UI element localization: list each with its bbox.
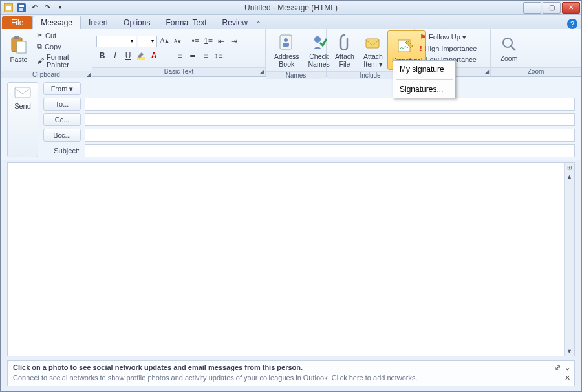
svg-rect-7 [17, 41, 26, 53]
scroll-options-icon[interactable]: ⊞ [565, 163, 574, 172]
chevron-down-icon[interactable]: ⌄ [565, 364, 570, 372]
bcc-input[interactable] [85, 129, 575, 142]
paste-icon [9, 36, 28, 55]
people-pane-sub[interactable]: Connect to social networks to show profi… [13, 374, 418, 382]
from-button[interactable]: From ▾ [43, 82, 81, 95]
redo-icon[interactable]: ↷ [42, 3, 52, 13]
align-right-button[interactable]: ≡ [200, 50, 211, 61]
attach-file-button[interactable]: Attach File [330, 30, 359, 70]
copy-button[interactable]: ⧉Copy [36, 41, 88, 51]
brush-icon: 🖌 [37, 57, 44, 65]
italic-button[interactable]: I [109, 50, 121, 61]
underline-button[interactable]: U [122, 50, 134, 61]
menu-item-my-signature[interactable]: My signature [393, 61, 455, 78]
svg-rect-4 [19, 8, 23, 11]
send-label: Send [14, 102, 31, 110]
address-book-label: Address Book [274, 53, 299, 68]
svg-rect-8 [137, 57, 145, 60]
menu-item-signatures-rest: ignatures... [405, 85, 443, 94]
group-label-zoom: Zoom [528, 68, 544, 75]
to-button[interactable]: To... [43, 98, 81, 111]
expand-icon[interactable]: ⤢ [555, 364, 561, 372]
undo-icon[interactable]: ↶ [29, 3, 39, 13]
cc-button[interactable]: Cc... [43, 113, 81, 126]
help-icon[interactable]: ? [567, 19, 577, 29]
close-icon[interactable]: ✕ [565, 374, 570, 382]
zoom-label: Zoom [501, 55, 518, 63]
font-name-combo[interactable]: ▾ [96, 36, 136, 47]
signature-icon [396, 36, 416, 56]
bold-button[interactable]: B [96, 50, 108, 61]
signature-menu: My signature Signatures... [393, 60, 456, 98]
group-label-include: Include [360, 72, 380, 79]
to-input[interactable] [85, 98, 575, 111]
zoom-button[interactable]: Zoom [495, 30, 523, 66]
tab-file[interactable]: File [2, 16, 32, 29]
cut-button[interactable]: ✂Cut [36, 30, 88, 40]
svg-rect-11 [283, 43, 289, 47]
vertical-scrollbar[interactable]: ⊞ ▲ ▼ [564, 163, 574, 356]
dialog-launcher-icon[interactable]: ◢ [87, 72, 91, 78]
format-painter-button[interactable]: 🖌Format Painter [36, 52, 88, 69]
zoom-icon [499, 34, 519, 54]
tab-insert[interactable]: Insert [81, 16, 116, 29]
follow-up-button[interactable]: ⚑Follow Up ▾ [418, 32, 478, 42]
tab-review[interactable]: Review [215, 16, 255, 29]
send-button[interactable]: Send [7, 82, 38, 157]
tab-format-text[interactable]: Format Text [158, 16, 214, 29]
window-buttons: — ▢ ✕ [523, 2, 581, 14]
group-label-basic-text: Basic Text [164, 68, 193, 75]
high-importance-button[interactable]: !High Importance [418, 44, 478, 53]
paperclip-icon [335, 32, 354, 52]
align-left-button[interactable]: ≡ [174, 50, 186, 61]
collapse-ribbon-icon[interactable]: ⌃ [255, 20, 264, 29]
svg-line-16 [511, 46, 515, 50]
menu-item-signatures[interactable]: Signatures... [393, 81, 455, 98]
outdent-button[interactable]: ⇤ [215, 36, 227, 47]
outlook-app-icon [3, 3, 14, 13]
group-zoom: Zoom Zoom [491, 29, 581, 76]
scroll-up-icon[interactable]: ▲ [565, 172, 574, 181]
cut-icon: ✂ [37, 31, 43, 39]
minimize-button[interactable]: — [523, 2, 541, 14]
cc-input[interactable] [85, 113, 575, 126]
font-color-button[interactable]: A [148, 50, 160, 61]
group-label-clipboard: Clipboard [32, 71, 60, 78]
scroll-down-icon[interactable]: ▼ [565, 347, 574, 356]
people-pane-header: Click on a photo to see social network u… [13, 364, 303, 371]
subject-input[interactable] [85, 144, 575, 157]
tab-message[interactable]: Message [32, 16, 81, 29]
close-button[interactable]: ✕ [562, 2, 580, 14]
svg-point-15 [503, 38, 512, 47]
tab-options[interactable]: Options [116, 16, 158, 29]
svg-rect-13 [366, 39, 379, 48]
copy-icon: ⧉ [37, 42, 42, 50]
menu-separator [396, 79, 453, 80]
highlight-button[interactable] [135, 50, 147, 61]
dialog-launcher-icon[interactable]: ◢ [260, 69, 264, 74]
bcc-button[interactable]: Bcc... [43, 129, 81, 142]
svg-point-10 [284, 38, 288, 42]
save-icon[interactable] [16, 3, 27, 13]
maximize-button[interactable]: ▢ [543, 2, 561, 14]
qat-more-icon[interactable]: ▾ [55, 3, 65, 13]
titlebar: ↶ ↷ ▾ Untitled - Message (HTML) — ▢ ✕ [1, 1, 581, 15]
compose-header: Send From ▾ To... Cc... Bcc... Subject: [1, 77, 581, 160]
align-center-button[interactable]: ≣ [187, 50, 199, 61]
svg-rect-17 [15, 87, 30, 98]
attach-file-label: Attach File [335, 53, 354, 68]
font-size-combo[interactable]: ▾ [138, 36, 157, 47]
bullets-button[interactable]: •≡ [189, 36, 201, 47]
message-body-editor[interactable] [8, 163, 564, 356]
shrink-font-button[interactable]: A▾ [171, 36, 183, 47]
paste-button[interactable]: Paste [5, 30, 33, 69]
grow-font-button[interactable]: A▴ [158, 36, 170, 47]
indent-button[interactable]: ⇥ [228, 36, 240, 47]
attach-item-button[interactable]: Attach Item ▾ [359, 30, 387, 70]
dialog-launcher-icon[interactable]: ◢ [485, 69, 489, 74]
numbering-button[interactable]: 1≡ [202, 36, 214, 47]
svg-rect-1 [6, 6, 11, 10]
address-book-button[interactable]: Address Book [270, 30, 304, 70]
people-pane: Click on a photo to see social network u… [7, 360, 575, 386]
line-spacing-button[interactable]: ↕≡ [213, 50, 224, 61]
